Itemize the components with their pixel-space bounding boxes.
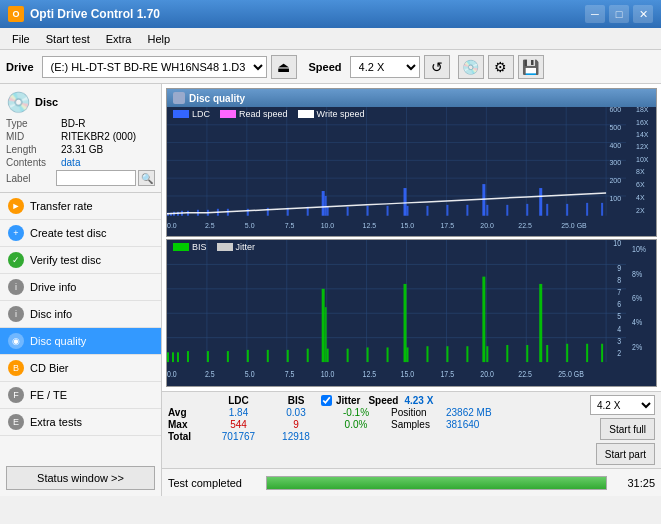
disc-label-input[interactable] bbox=[56, 170, 136, 186]
cd-bier-label: CD Bier bbox=[30, 362, 69, 374]
svg-text:10.0: 10.0 bbox=[321, 369, 335, 379]
stats-total-ldc: 701767 bbox=[206, 431, 271, 442]
svg-text:400: 400 bbox=[609, 142, 621, 149]
svg-text:4%: 4% bbox=[632, 317, 642, 327]
upper-chart-icon bbox=[173, 92, 185, 104]
svg-text:6: 6 bbox=[617, 299, 621, 309]
svg-text:4X: 4X bbox=[636, 194, 645, 201]
disc-mid-row: MID RITEKBR2 (000) bbox=[6, 131, 155, 142]
svg-text:2X: 2X bbox=[636, 207, 645, 214]
jitter-checkbox[interactable] bbox=[321, 395, 332, 406]
progress-bar-outer bbox=[266, 476, 607, 490]
app-title: Opti Drive Control 1.70 bbox=[30, 7, 160, 21]
extra-tests-icon: E bbox=[8, 414, 24, 430]
svg-rect-115 bbox=[287, 349, 289, 361]
sidebar-item-disc-info[interactable]: i Disc info bbox=[0, 301, 161, 328]
svg-text:17.5: 17.5 bbox=[440, 369, 454, 379]
drive-info-icon: i bbox=[8, 279, 24, 295]
transfer-rate-label: Transfer rate bbox=[30, 200, 93, 212]
sidebar-item-disc-quality[interactable]: ◉ Disc quality bbox=[0, 328, 161, 355]
svg-rect-48 bbox=[327, 207, 329, 216]
sidebar-item-cd-bier[interactable]: B CD Bier bbox=[0, 355, 161, 382]
svg-text:2: 2 bbox=[617, 348, 621, 358]
drive-select[interactable]: (E:) HL-DT-ST BD-RE WH16NS48 1.D3 bbox=[42, 56, 267, 78]
svg-text:20.0: 20.0 bbox=[480, 222, 494, 229]
legend-ldc: LDC bbox=[173, 109, 210, 119]
svg-text:7.5: 7.5 bbox=[285, 222, 295, 229]
svg-text:100: 100 bbox=[609, 195, 621, 202]
svg-text:5.0: 5.0 bbox=[245, 222, 255, 229]
extra-tests-label: Extra tests bbox=[30, 416, 82, 428]
menu-file[interactable]: File bbox=[4, 31, 38, 47]
sidebar-item-verify-test-disc[interactable]: ✓ Verify test disc bbox=[0, 247, 161, 274]
status-window-button[interactable]: Status window >> bbox=[6, 466, 155, 490]
upper-chart-svg: 600 500 400 300 200 100 18X 16X 14X 12X … bbox=[167, 107, 656, 236]
disc-length-value: 23.31 GB bbox=[61, 144, 103, 155]
lower-chart-inner: BIS Jitter bbox=[167, 240, 656, 387]
stats-speed-select[interactable]: 4.2 X bbox=[590, 395, 655, 415]
stats-table-container: LDC BIS Jitter Speed 4.23 X Avg 1.84 0.0 bbox=[168, 395, 586, 442]
sidebar-item-transfer-rate[interactable]: ► Transfer rate bbox=[0, 193, 161, 220]
status-window-label: Status window >> bbox=[37, 472, 124, 484]
svg-rect-64 bbox=[586, 203, 588, 216]
menu-extra[interactable]: Extra bbox=[98, 31, 140, 47]
disc-button[interactable]: 💿 bbox=[458, 55, 484, 79]
start-part-button[interactable]: Start part bbox=[596, 443, 655, 465]
svg-text:3: 3 bbox=[617, 336, 621, 346]
drive-info-label: Drive info bbox=[30, 281, 76, 293]
disc-contents-row: Contents data bbox=[6, 157, 155, 168]
disc-label-btn[interactable]: 🔍 bbox=[138, 170, 155, 186]
disc-info-label: Disc info bbox=[30, 308, 72, 320]
stats-avg-jitter: -0.1% bbox=[321, 407, 391, 418]
window-controls: ─ □ ✕ bbox=[585, 5, 653, 23]
svg-rect-136 bbox=[601, 343, 603, 361]
disc-contents-value[interactable]: data bbox=[61, 157, 80, 168]
upper-chart-legend: LDC Read speed Write speed bbox=[173, 109, 364, 119]
stats-position-value: 23862 MB bbox=[446, 407, 492, 418]
close-button[interactable]: ✕ bbox=[633, 5, 653, 23]
eject-button[interactable]: ⏏ bbox=[271, 55, 297, 79]
speed-label: Speed bbox=[309, 61, 342, 73]
minimize-button[interactable]: ─ bbox=[585, 5, 605, 23]
svg-rect-129 bbox=[486, 346, 488, 362]
svg-text:10%: 10% bbox=[632, 244, 646, 254]
svg-rect-60 bbox=[526, 204, 528, 216]
transfer-rate-icon: ► bbox=[8, 198, 24, 214]
sidebar-item-drive-info[interactable]: i Drive info bbox=[0, 274, 161, 301]
speed-select[interactable]: 4.2 X bbox=[350, 56, 420, 78]
menu-help[interactable]: Help bbox=[139, 31, 178, 47]
save-button[interactable]: 💾 bbox=[518, 55, 544, 79]
maximize-button[interactable]: □ bbox=[609, 5, 629, 23]
disc-section-title: Disc bbox=[35, 96, 58, 108]
lower-chart-legend: BIS Jitter bbox=[173, 242, 255, 252]
svg-rect-47 bbox=[325, 196, 327, 216]
menu-start-test[interactable]: Start test bbox=[38, 31, 98, 47]
svg-text:14X: 14X bbox=[636, 131, 649, 138]
svg-rect-121 bbox=[367, 347, 369, 362]
svg-rect-109 bbox=[177, 352, 179, 362]
legend-jitter-label: Jitter bbox=[236, 242, 256, 252]
stats-jitter-header: Jitter bbox=[336, 395, 360, 406]
legend-write-speed-label: Write speed bbox=[317, 109, 365, 119]
svg-text:4: 4 bbox=[617, 323, 621, 333]
settings-button[interactable]: ⚙ bbox=[488, 55, 514, 79]
sidebar-item-create-test-disc[interactable]: + Create test disc bbox=[0, 220, 161, 247]
svg-text:10X: 10X bbox=[636, 156, 649, 163]
svg-rect-110 bbox=[187, 351, 189, 362]
svg-rect-107 bbox=[167, 352, 169, 362]
svg-text:7.5: 7.5 bbox=[285, 369, 295, 379]
svg-text:500: 500 bbox=[609, 124, 621, 131]
sidebar-item-fe-te[interactable]: F FE / TE bbox=[0, 382, 161, 409]
stats-right-controls: 4.2 X Start full Start part bbox=[590, 395, 655, 465]
start-full-button[interactable]: Start full bbox=[600, 418, 655, 440]
disc-type-label: Type bbox=[6, 118, 61, 129]
svg-rect-131 bbox=[526, 344, 528, 361]
svg-text:12X: 12X bbox=[636, 144, 649, 151]
progress-bar-inner bbox=[267, 477, 606, 489]
refresh-button[interactable]: ↺ bbox=[424, 55, 450, 79]
svg-rect-46 bbox=[322, 191, 325, 216]
stats-max-row: Max 544 9 0.0% Samples 381640 bbox=[168, 419, 586, 430]
stats-avg-bis: 0.03 bbox=[271, 407, 321, 418]
sidebar-item-extra-tests[interactable]: E Extra tests bbox=[0, 409, 161, 436]
disc-label-row: Label 🔍 bbox=[6, 170, 155, 186]
